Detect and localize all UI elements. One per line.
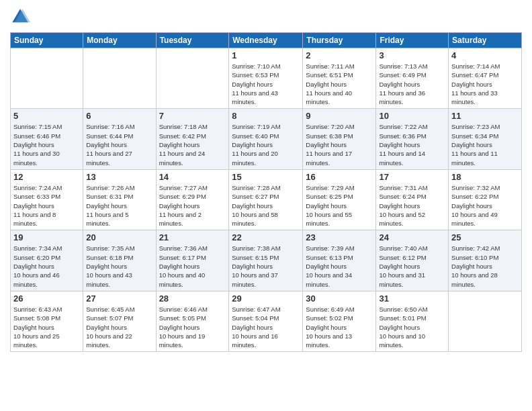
day-info: Sunrise: 7:10 AMSunset: 6:53 PMDaylight …	[232, 62, 300, 106]
day-header-thursday: Thursday	[303, 33, 376, 48]
day-info: Sunrise: 7:42 AMSunset: 6:10 PMDaylight …	[451, 244, 519, 288]
calendar-cell: 12Sunrise: 7:24 AMSunset: 6:33 PMDayligh…	[11, 169, 83, 230]
calendar-cell: 21Sunrise: 7:36 AMSunset: 6:17 PMDayligh…	[156, 230, 229, 291]
calendar-cell: 24Sunrise: 7:40 AMSunset: 6:12 PMDayligh…	[376, 230, 449, 291]
day-header-monday: Monday	[83, 33, 156, 48]
calendar-cell	[156, 48, 229, 109]
day-number: 26	[13, 293, 80, 304]
calendar-cell	[449, 291, 522, 351]
week-row-1: 1Sunrise: 7:10 AMSunset: 6:53 PMDaylight…	[11, 48, 522, 109]
header-row: SundayMondayTuesdayWednesdayThursdayFrid…	[11, 33, 522, 48]
calendar-cell: 8Sunrise: 7:19 AMSunset: 6:40 PMDaylight…	[229, 109, 303, 169]
day-number: 12	[13, 172, 80, 182]
calendar-cell: 13Sunrise: 7:26 AMSunset: 6:31 PMDayligh…	[83, 169, 156, 230]
day-info: Sunrise: 6:47 AMSunset: 5:04 PMDaylight …	[232, 305, 300, 349]
calendar-cell: 19Sunrise: 7:34 AMSunset: 6:20 PMDayligh…	[11, 230, 83, 291]
calendar-cell: 1Sunrise: 7:10 AMSunset: 6:53 PMDaylight…	[229, 48, 303, 109]
day-number: 3	[379, 50, 445, 60]
day-number: 15	[232, 172, 300, 182]
day-info: Sunrise: 7:32 AMSunset: 6:22 PMDaylight …	[451, 183, 519, 228]
calendar-cell: 3Sunrise: 7:13 AMSunset: 6:49 PMDaylight…	[376, 48, 449, 109]
header	[10, 7, 522, 27]
calendar-cell: 2Sunrise: 7:11 AMSunset: 6:51 PMDaylight…	[303, 48, 376, 109]
day-info: Sunrise: 7:14 AMSunset: 6:47 PMDaylight …	[451, 62, 519, 106]
calendar-cell: 25Sunrise: 7:42 AMSunset: 6:10 PMDayligh…	[449, 230, 522, 291]
day-number: 14	[159, 172, 226, 182]
page: SundayMondayTuesdayWednesdayThursdayFrid…	[0, 0, 532, 411]
calendar-cell: 28Sunrise: 6:46 AMSunset: 5:05 PMDayligh…	[156, 291, 229, 351]
day-number: 7	[159, 111, 226, 121]
day-info: Sunrise: 7:11 AMSunset: 6:51 PMDaylight …	[306, 62, 373, 106]
week-row-5: 26Sunrise: 6:43 AMSunset: 5:08 PMDayligh…	[11, 291, 522, 351]
calendar-cell: 14Sunrise: 7:27 AMSunset: 6:29 PMDayligh…	[156, 169, 229, 230]
day-number: 19	[13, 232, 80, 242]
calendar-cell: 18Sunrise: 7:32 AMSunset: 6:22 PMDayligh…	[449, 169, 522, 230]
day-info: Sunrise: 6:50 AMSunset: 5:01 PMDaylight …	[379, 305, 445, 349]
day-number: 22	[232, 232, 300, 242]
day-number: 2	[306, 50, 373, 60]
day-number: 20	[86, 232, 152, 242]
day-info: Sunrise: 7:18 AMSunset: 6:42 PMDaylight …	[159, 122, 226, 167]
day-info: Sunrise: 7:16 AMSunset: 6:44 PMDaylight …	[86, 122, 152, 167]
calendar-cell: 17Sunrise: 7:31 AMSunset: 6:24 PMDayligh…	[376, 169, 449, 230]
day-number: 18	[451, 172, 519, 182]
calendar-cell: 27Sunrise: 6:45 AMSunset: 5:07 PMDayligh…	[83, 291, 156, 351]
calendar-cell: 22Sunrise: 7:38 AMSunset: 6:15 PMDayligh…	[229, 230, 303, 291]
day-info: Sunrise: 7:15 AMSunset: 6:46 PMDaylight …	[13, 122, 80, 167]
day-info: Sunrise: 7:38 AMSunset: 6:15 PMDaylight …	[232, 244, 300, 288]
day-header-saturday: Saturday	[449, 33, 522, 48]
day-info: Sunrise: 7:20 AMSunset: 6:38 PMDaylight …	[306, 122, 373, 167]
day-info: Sunrise: 7:24 AMSunset: 6:33 PMDaylight …	[13, 183, 80, 228]
day-number: 9	[306, 111, 373, 121]
day-number: 24	[379, 232, 445, 242]
day-info: Sunrise: 7:27 AMSunset: 6:29 PMDaylight …	[159, 183, 226, 228]
calendar-cell: 23Sunrise: 7:39 AMSunset: 6:13 PMDayligh…	[303, 230, 376, 291]
day-number: 25	[451, 232, 519, 242]
calendar-cell: 10Sunrise: 7:22 AMSunset: 6:36 PMDayligh…	[376, 109, 449, 169]
day-info: Sunrise: 7:35 AMSunset: 6:18 PMDaylight …	[86, 244, 152, 288]
calendar-cell: 20Sunrise: 7:35 AMSunset: 6:18 PMDayligh…	[83, 230, 156, 291]
calendar-cell: 31Sunrise: 6:50 AMSunset: 5:01 PMDayligh…	[376, 291, 449, 351]
day-number: 4	[451, 50, 519, 60]
day-info: Sunrise: 6:49 AMSunset: 5:02 PMDaylight …	[306, 305, 373, 349]
week-row-2: 5Sunrise: 7:15 AMSunset: 6:46 PMDaylight…	[11, 109, 522, 169]
calendar-cell: 6Sunrise: 7:16 AMSunset: 6:44 PMDaylight…	[83, 109, 156, 169]
day-info: Sunrise: 6:43 AMSunset: 5:08 PMDaylight …	[13, 305, 80, 349]
day-number: 17	[379, 172, 445, 182]
calendar-cell: 7Sunrise: 7:18 AMSunset: 6:42 PMDaylight…	[156, 109, 229, 169]
day-number: 27	[86, 293, 152, 304]
day-info: Sunrise: 7:26 AMSunset: 6:31 PMDaylight …	[86, 183, 152, 228]
day-number: 31	[379, 293, 445, 304]
day-info: Sunrise: 7:29 AMSunset: 6:25 PMDaylight …	[306, 183, 373, 228]
day-info: Sunrise: 7:40 AMSunset: 6:12 PMDaylight …	[379, 244, 445, 288]
day-info: Sunrise: 7:39 AMSunset: 6:13 PMDaylight …	[306, 244, 373, 288]
day-info: Sunrise: 7:19 AMSunset: 6:40 PMDaylight …	[232, 122, 300, 167]
day-info: Sunrise: 7:34 AMSunset: 6:20 PMDaylight …	[13, 244, 80, 288]
day-number: 11	[451, 111, 519, 121]
calendar-cell: 15Sunrise: 7:28 AMSunset: 6:27 PMDayligh…	[229, 169, 303, 230]
calendar-cell: 5Sunrise: 7:15 AMSunset: 6:46 PMDaylight…	[11, 109, 83, 169]
week-row-3: 12Sunrise: 7:24 AMSunset: 6:33 PMDayligh…	[11, 169, 522, 230]
calendar-cell: 29Sunrise: 6:47 AMSunset: 5:04 PMDayligh…	[229, 291, 303, 351]
day-number: 8	[232, 111, 300, 121]
logo-icon	[10, 7, 30, 27]
calendar-cell	[11, 48, 83, 109]
day-info: Sunrise: 7:23 AMSunset: 6:34 PMDaylight …	[451, 122, 519, 167]
day-info: Sunrise: 6:45 AMSunset: 5:07 PMDaylight …	[86, 305, 152, 349]
calendar-cell: 11Sunrise: 7:23 AMSunset: 6:34 PMDayligh…	[449, 109, 522, 169]
day-number: 28	[159, 293, 226, 304]
day-number: 21	[159, 232, 226, 242]
logo	[10, 7, 33, 27]
day-info: Sunrise: 7:31 AMSunset: 6:24 PMDaylight …	[379, 183, 445, 228]
day-number: 23	[306, 232, 373, 242]
calendar-cell: 9Sunrise: 7:20 AMSunset: 6:38 PMDaylight…	[303, 109, 376, 169]
calendar-cell: 30Sunrise: 6:49 AMSunset: 5:02 PMDayligh…	[303, 291, 376, 351]
day-number: 5	[13, 111, 80, 121]
day-info: Sunrise: 7:28 AMSunset: 6:27 PMDaylight …	[232, 183, 300, 228]
day-header-sunday: Sunday	[11, 33, 83, 48]
day-header-wednesday: Wednesday	[229, 33, 303, 48]
day-info: Sunrise: 7:13 AMSunset: 6:49 PMDaylight …	[379, 62, 445, 106]
day-number: 29	[232, 293, 300, 304]
day-number: 16	[306, 172, 373, 182]
week-row-4: 19Sunrise: 7:34 AMSunset: 6:20 PMDayligh…	[11, 230, 522, 291]
